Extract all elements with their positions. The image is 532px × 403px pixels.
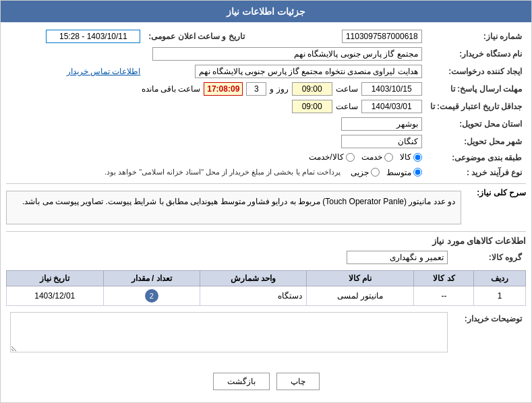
ettelaat-link[interactable]: اطلاعات تماس خریدار bbox=[67, 67, 141, 76]
info-table: شماره نیاز: 1103097587000618 تاریخ و ساع… bbox=[6, 28, 526, 179]
page-title: جزئیات اطلاعات نیاز bbox=[227, 6, 305, 17]
content-area: شماره نیاز: 1103097587000618 تاریخ و ساع… bbox=[1, 22, 531, 366]
cell-tedad: 2 bbox=[103, 286, 200, 305]
shahr-cell: کنگان bbox=[6, 133, 426, 150]
group-kala-value: تعمیر و نگهداری bbox=[347, 251, 448, 264]
etelaat-kala-title: اطلاعات کالاهای مورد نیاز bbox=[6, 236, 526, 246]
mohlat-label-text: مهلت ارسال پاسخ: تا bbox=[450, 84, 522, 94]
th-radif: ردیف bbox=[474, 270, 526, 286]
radio-motavasset[interactable]: متوسط bbox=[386, 168, 422, 177]
sarh-koli-label: سرح کلی نیاز: bbox=[465, 188, 526, 197]
tabaghebandi-cell: کالا خدمت کالا/خدمت bbox=[6, 150, 426, 166]
radio-kala-label: کالا bbox=[400, 152, 411, 162]
divider-2 bbox=[6, 231, 526, 232]
nam-dastgah-cell: مجتمع گاز پارس جنوبی پالایشگاه نهم bbox=[6, 45, 426, 63]
th-name-kala: نام کالا bbox=[306, 270, 414, 286]
ijad-value: هدایت لیراوی منصدی نتخواه مجتمع گاز پارس… bbox=[195, 65, 422, 78]
th-code-kala: کد کالا bbox=[414, 270, 474, 286]
ostan-value: بوشهر bbox=[341, 117, 422, 131]
radio-kala[interactable]: کالا bbox=[400, 152, 422, 162]
nam-dastgah-value: مجتمع گاز پارس جنوبی پالایشگاه نهم bbox=[152, 47, 422, 61]
radio-khadamat-label: خدمت bbox=[361, 152, 382, 162]
jadaval-cell: 1404/03/01 ساعت 09:00 bbox=[6, 98, 426, 115]
shomare-niaz-cell: 1103097587000618 bbox=[249, 28, 426, 45]
jadaval-label: جداقل تاریخ اعتبار قیمت: تا bbox=[426, 98, 526, 115]
tabaghebandi-label: طبقه بندی موضوعی: bbox=[426, 150, 526, 166]
mohlat-remaining: 17:08:09 bbox=[204, 82, 243, 96]
mohlat-date: 1403/10/15 bbox=[361, 82, 422, 96]
buyer-notes-cell[interactable] bbox=[6, 310, 452, 356]
shomare-niaz-label: شماره نیاز: bbox=[426, 28, 526, 45]
radio-khadamat-input[interactable] bbox=[384, 153, 393, 162]
mohlat-label: مهلت ارسال پاسخ: تا bbox=[426, 80, 526, 98]
noe-farayand-label: نوع فرآیند خرید : bbox=[426, 166, 526, 179]
cell-code: -- bbox=[414, 286, 474, 305]
th-vahed: واحد شمارش bbox=[200, 270, 306, 286]
qty-badge: 2 bbox=[145, 289, 158, 303]
tarikh-elam-value: 1403/10/11 - 15:28 bbox=[46, 30, 140, 43]
ettelaat-link-cell[interactable]: اطلاعات تماس خریدار bbox=[6, 63, 144, 80]
th-tedad: تعداد / مقدار bbox=[103, 270, 200, 286]
th-tarikh: تاریخ نیاز bbox=[7, 270, 104, 286]
bottom-buttons: چاپ بازگشت bbox=[1, 366, 531, 397]
jadaval-date: 1404/03/01 bbox=[361, 100, 422, 113]
page-wrapper: جزئیات اطلاعات نیاز شماره نیاز: 11030975… bbox=[0, 0, 532, 403]
jadaval-saat: 09:00 bbox=[292, 100, 332, 113]
goods-table: ردیف کد کالا نام کالا واحد شمارش تعداد /… bbox=[6, 270, 526, 306]
shahr-label: شهر محل تحویل: bbox=[426, 133, 526, 150]
radio-jozii-input[interactable] bbox=[371, 168, 380, 177]
jadaval-label-text: جداقل تاریخ اعتبار قیمت: تا bbox=[430, 102, 522, 111]
group-kala-label: گروه کالا: bbox=[452, 249, 526, 266]
page-header: جزئیات اطلاعات نیاز bbox=[1, 1, 531, 22]
mohlat-cell: 1403/10/15 ساعت 09:00 روز و 3 17:08:09 س… bbox=[6, 80, 426, 98]
radio-jozii-label: جزیی bbox=[351, 168, 369, 177]
ijad-cell: هدایت لیراوی منصدی نتخواه مجتمع گاز پارس… bbox=[144, 63, 425, 80]
radio-khadamat[interactable]: خدمت bbox=[361, 152, 393, 162]
tarikh-elam-label: تاریخ و ساعت اعلان عمومی: bbox=[144, 28, 248, 45]
group-kala-cell: تعمیر و نگهداری bbox=[6, 249, 452, 266]
cell-radif: 1 bbox=[474, 286, 526, 305]
mohlat-remaining-label: ساعت باقی مانده bbox=[142, 84, 201, 94]
cell-vahed: دستگاه bbox=[200, 286, 306, 305]
noe-farayand-cell: متوسط جزیی پرداخت تمام یا بخشی از مبلغ خ… bbox=[6, 166, 426, 179]
tarikh-elam-cell: 1403/10/11 - 15:28 bbox=[6, 28, 144, 45]
roz-label: روز و bbox=[270, 84, 288, 94]
ostan-label: استان محل تحویل: bbox=[426, 115, 526, 133]
radio-kala-khadamat[interactable]: کالا/خدمت bbox=[309, 152, 354, 162]
shomare-niaz-value: 1103097587000618 bbox=[342, 30, 422, 43]
back-button[interactable]: بازگشت bbox=[213, 373, 270, 390]
sarh-koli-section: سرح کلی نیاز: دو عدد مانیتور (Touch Oper… bbox=[6, 188, 526, 227]
buyer-notes-label: توضیحات خریدار: bbox=[452, 310, 526, 356]
cell-name: مانیتور لمسی bbox=[306, 286, 414, 305]
ijad-label: ایجاد کننده درخواست: bbox=[426, 63, 526, 80]
buyer-notes-input[interactable] bbox=[10, 312, 448, 352]
radio-motavasset-label: متوسط bbox=[386, 168, 411, 177]
radio-kala-khadamat-label: کالا/خدمت bbox=[309, 152, 343, 162]
divider-1 bbox=[6, 183, 526, 184]
radio-jozii[interactable]: جزیی bbox=[351, 168, 380, 177]
farayand-note: پرداخت تمام یا بخشی از مبلغ خریدار از مح… bbox=[105, 168, 341, 177]
group-kala-table: گروه کالا: تعمیر و نگهداری bbox=[6, 249, 526, 266]
shahr-value: کنگان bbox=[341, 135, 422, 148]
nam-dastgah-label: نام دستگاه خریدار: bbox=[426, 45, 526, 63]
radio-kala-khadamat-input[interactable] bbox=[346, 153, 355, 162]
buyer-notes-table: توضیحات خریدار: bbox=[6, 310, 526, 356]
mohlat-roz: 3 bbox=[246, 82, 266, 96]
cell-tarikh: 1403/12/01 bbox=[7, 286, 104, 305]
radio-kala-input[interactable] bbox=[413, 153, 422, 162]
jadaval-saat-label: ساعت bbox=[336, 102, 358, 111]
saat-label: ساعت bbox=[336, 84, 358, 94]
table-row: 1--مانیتور لمسیدستگاه21403/12/01 bbox=[7, 286, 526, 305]
sarh-koli-value: دو عدد مانیتور (Touch Operator Panle) مر… bbox=[6, 191, 461, 224]
print-button[interactable]: چاپ bbox=[276, 373, 320, 390]
radio-motavasset-input[interactable] bbox=[413, 168, 422, 177]
mohlat-saat: 09:00 bbox=[292, 82, 332, 96]
ostan-cell: بوشهر bbox=[6, 115, 426, 133]
